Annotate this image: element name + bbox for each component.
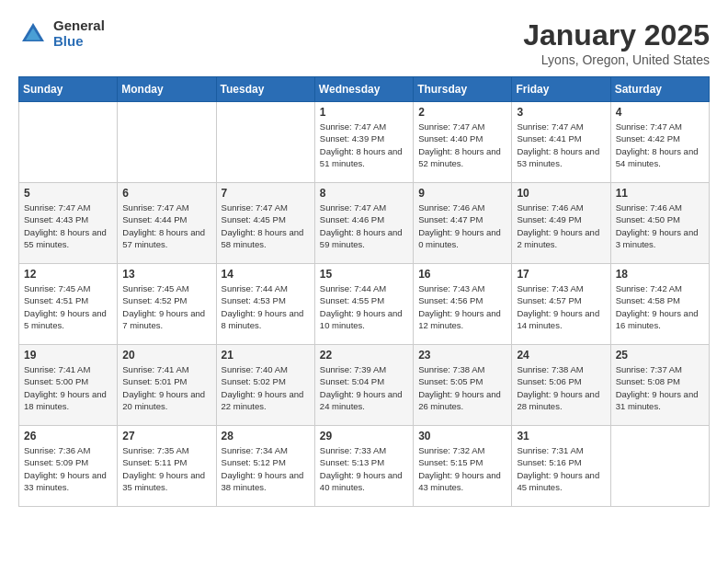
day-number: 31 [517,430,605,442]
day-info: Sunrise: 7:47 AM Sunset: 4:41 PM Dayligh… [517,121,605,169]
calendar-cell: 15Sunrise: 7:44 AM Sunset: 4:55 PM Dayli… [314,264,413,345]
day-info: Sunrise: 7:32 AM Sunset: 5:15 PM Dayligh… [418,444,506,493]
calendar-cell: 8Sunrise: 7:47 AM Sunset: 4:46 PM Daylig… [314,183,413,264]
day-number: 17 [517,268,605,281]
day-number: 14 [222,268,310,281]
calendar-cell: 27Sunrise: 7:35 AM Sunset: 5:11 PM Dayli… [118,426,216,507]
day-number: 16 [418,268,506,281]
calendar-cell: 2Sunrise: 7:47 AM Sunset: 4:40 PM Daylig… [414,102,512,183]
calendar-cell: 23Sunrise: 7:38 AM Sunset: 5:05 PM Dayli… [414,345,512,426]
location: Lyons, Oregon, United States [523,52,710,67]
calendar-cell [118,102,216,183]
day-info: Sunrise: 7:47 AM Sunset: 4:43 PM Dayligh… [24,201,112,250]
day-info: Sunrise: 7:47 AM Sunset: 4:39 PM Dayligh… [320,121,408,169]
day-info: Sunrise: 7:42 AM Sunset: 4:58 PM Dayligh… [616,282,704,331]
day-number: 30 [418,430,506,442]
day-info: Sunrise: 7:43 AM Sunset: 4:57 PM Dayligh… [517,282,605,331]
logo-general: General [53,18,105,34]
day-number: 27 [122,430,210,442]
day-number: 9 [418,187,506,200]
day-info: Sunrise: 7:31 AM Sunset: 5:16 PM Dayligh… [517,444,605,493]
day-info: Sunrise: 7:39 AM Sunset: 5:04 PM Dayligh… [320,363,408,412]
calendar-cell: 30Sunrise: 7:32 AM Sunset: 5:15 PM Dayli… [414,426,512,507]
day-number: 5 [24,187,112,200]
day-number: 6 [122,187,210,200]
week-row-2: 12Sunrise: 7:45 AM Sunset: 4:51 PM Dayli… [19,264,710,345]
day-info: Sunrise: 7:46 AM Sunset: 4:49 PM Dayligh… [517,201,605,250]
calendar-cell: 7Sunrise: 7:47 AM Sunset: 4:45 PM Daylig… [216,183,314,264]
calendar-cell: 6Sunrise: 7:47 AM Sunset: 4:44 PM Daylig… [118,183,216,264]
calendar-cell: 31Sunrise: 7:31 AM Sunset: 5:16 PM Dayli… [512,426,610,507]
day-header-tuesday: Tuesday [216,77,314,102]
logo: General Blue [18,18,105,49]
day-info: Sunrise: 7:47 AM Sunset: 4:45 PM Dayligh… [222,201,310,250]
calendar-cell: 3Sunrise: 7:47 AM Sunset: 4:41 PM Daylig… [512,102,610,183]
day-info: Sunrise: 7:45 AM Sunset: 4:52 PM Dayligh… [122,282,210,331]
day-number: 2 [418,106,506,119]
calendar-table: SundayMondayTuesdayWednesdayThursdayFrid… [18,76,710,507]
calendar-cell: 17Sunrise: 7:43 AM Sunset: 4:57 PM Dayli… [512,264,610,345]
title-block: January 2025 Lyons, Oregon, United State… [523,18,710,67]
day-number: 20 [122,349,210,362]
day-info: Sunrise: 7:33 AM Sunset: 5:13 PM Dayligh… [320,444,408,493]
week-row-3: 19Sunrise: 7:41 AM Sunset: 5:00 PM Dayli… [19,345,710,426]
day-info: Sunrise: 7:46 AM Sunset: 4:50 PM Dayligh… [616,201,704,250]
day-number: 11 [616,187,704,200]
day-number: 3 [517,106,605,119]
day-header-friday: Friday [512,77,610,102]
day-number: 8 [320,187,408,200]
calendar-cell: 16Sunrise: 7:43 AM Sunset: 4:56 PM Dayli… [414,264,512,345]
day-number: 22 [320,349,408,362]
day-info: Sunrise: 7:47 AM Sunset: 4:46 PM Dayligh… [320,201,408,250]
day-number: 10 [517,187,605,200]
week-row-0: 1Sunrise: 7:47 AM Sunset: 4:39 PM Daylig… [19,102,710,183]
calendar-cell: 10Sunrise: 7:46 AM Sunset: 4:49 PM Dayli… [512,183,610,264]
day-info: Sunrise: 7:43 AM Sunset: 4:56 PM Dayligh… [418,282,506,331]
logo-icon [18,19,48,49]
day-number: 21 [222,349,310,362]
day-info: Sunrise: 7:37 AM Sunset: 5:08 PM Dayligh… [616,363,704,412]
day-number: 15 [320,268,408,281]
day-number: 13 [122,268,210,281]
day-number: 26 [24,430,112,442]
day-number: 18 [616,268,704,281]
week-row-4: 26Sunrise: 7:36 AM Sunset: 5:09 PM Dayli… [19,426,710,507]
day-info: Sunrise: 7:40 AM Sunset: 5:02 PM Dayligh… [222,363,310,412]
calendar-cell: 25Sunrise: 7:37 AM Sunset: 5:08 PM Dayli… [610,345,709,426]
calendar-cell: 24Sunrise: 7:38 AM Sunset: 5:06 PM Dayli… [512,345,610,426]
day-number: 28 [222,430,310,442]
day-info: Sunrise: 7:34 AM Sunset: 5:12 PM Dayligh… [222,444,310,493]
logo-blue: Blue [53,34,105,50]
day-number: 12 [24,268,112,281]
calendar-cell [19,102,118,183]
calendar-cell: 18Sunrise: 7:42 AM Sunset: 4:58 PM Dayli… [610,264,709,345]
calendar-cell: 28Sunrise: 7:34 AM Sunset: 5:12 PM Dayli… [216,426,314,507]
day-number: 24 [517,349,605,362]
day-header-monday: Monday [118,77,216,102]
calendar-cell [216,102,314,183]
page-header: General Blue January 2025 Lyons, Oregon,… [18,18,710,67]
header-row: SundayMondayTuesdayWednesdayThursdayFrid… [19,77,710,102]
calendar-cell: 20Sunrise: 7:41 AM Sunset: 5:01 PM Dayli… [118,345,216,426]
calendar-cell: 5Sunrise: 7:47 AM Sunset: 4:43 PM Daylig… [19,183,118,264]
day-info: Sunrise: 7:44 AM Sunset: 4:53 PM Dayligh… [222,282,310,331]
day-info: Sunrise: 7:41 AM Sunset: 5:01 PM Dayligh… [122,363,210,412]
calendar-cell: 11Sunrise: 7:46 AM Sunset: 4:50 PM Dayli… [610,183,709,264]
day-header-sunday: Sunday [19,77,118,102]
calendar-cell: 22Sunrise: 7:39 AM Sunset: 5:04 PM Dayli… [314,345,413,426]
calendar-cell: 14Sunrise: 7:44 AM Sunset: 4:53 PM Dayli… [216,264,314,345]
month-title: January 2025 [523,18,710,52]
calendar-cell: 13Sunrise: 7:45 AM Sunset: 4:52 PM Dayli… [118,264,216,345]
day-info: Sunrise: 7:36 AM Sunset: 5:09 PM Dayligh… [24,444,112,493]
day-header-thursday: Thursday [414,77,512,102]
day-info: Sunrise: 7:35 AM Sunset: 5:11 PM Dayligh… [122,444,210,493]
day-number: 19 [24,349,112,362]
day-info: Sunrise: 7:44 AM Sunset: 4:55 PM Dayligh… [320,282,408,331]
calendar-cell: 21Sunrise: 7:40 AM Sunset: 5:02 PM Dayli… [216,345,314,426]
day-info: Sunrise: 7:45 AM Sunset: 4:51 PM Dayligh… [24,282,112,331]
calendar-cell: 12Sunrise: 7:45 AM Sunset: 4:51 PM Dayli… [19,264,118,345]
logo-text: General Blue [53,18,105,49]
day-info: Sunrise: 7:38 AM Sunset: 5:06 PM Dayligh… [517,363,605,412]
day-info: Sunrise: 7:38 AM Sunset: 5:05 PM Dayligh… [418,363,506,412]
day-number: 1 [320,106,408,119]
